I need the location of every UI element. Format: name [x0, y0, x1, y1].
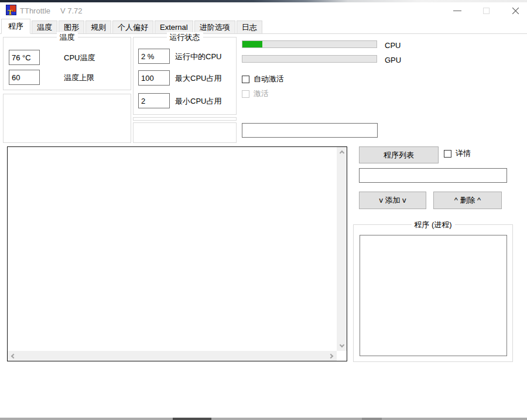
- program-list-button[interactable]: 程序列表: [359, 146, 439, 163]
- process-listbox[interactable]: [360, 235, 507, 356]
- tab-graphics[interactable]: 图形: [59, 21, 84, 33]
- tab-log[interactable]: 日志: [237, 21, 262, 33]
- center-empty-group: [133, 122, 237, 143]
- running-cpu-label: 运行中的CPU: [175, 52, 221, 62]
- cpu-bar-label: CPU: [385, 41, 401, 50]
- remove-button[interactable]: ^ 删除 ^: [433, 192, 502, 209]
- tab-preferences[interactable]: 个人偏好: [112, 21, 153, 33]
- window-title: TThrottle: [20, 6, 50, 15]
- max-cpu-field[interactable]: [138, 70, 170, 86]
- tab-external[interactable]: External: [155, 21, 193, 33]
- process-group-title: 程序 (进程): [411, 220, 454, 230]
- details-label: 详情: [456, 148, 471, 159]
- run-status-group-title: 运行状态: [167, 32, 203, 43]
- gpu-usage-bar: [242, 55, 377, 63]
- activate-checkbox: 激活: [242, 88, 269, 99]
- taskbar-fragment: [362, 418, 382, 420]
- maximize-icon: [483, 8, 490, 14]
- chevron-down-icon[interactable]: [339, 343, 344, 347]
- add-button[interactable]: v 添加 v: [359, 192, 426, 209]
- running-cpu-field[interactable]: [138, 49, 170, 64]
- main-listbox[interactable]: [7, 146, 347, 361]
- maximize-button[interactable]: [473, 2, 499, 19]
- horizontal-scrollbar[interactable]: [8, 351, 337, 361]
- app-icon: T: [6, 5, 16, 15]
- auto-activate-label: 自动激活: [254, 74, 284, 84]
- tab-temperature[interactable]: 温度: [32, 21, 57, 33]
- min-cpu-label: 最小CPU占用: [175, 96, 221, 107]
- gpu-bar-label: GPU: [385, 56, 401, 64]
- app-icon-letter: T: [8, 8, 13, 17]
- window: { "window": { "icon_letter": "T", "title…: [0, 0, 527, 420]
- close-icon: [512, 7, 519, 15]
- min-cpu-field[interactable]: [138, 93, 170, 108]
- checkbox-icon: [242, 76, 249, 83]
- tab-bar: 程序 温度 图形 规则 个人偏好 External 进阶选项 日志: [0, 19, 527, 34]
- cpu-temp-label: CPU温度: [64, 53, 95, 63]
- chevron-left-icon[interactable]: [11, 353, 16, 358]
- cpu-temp-field[interactable]: [9, 50, 40, 65]
- process-group: 程序 (进程): [353, 224, 513, 362]
- max-cpu-label: 最大CPU占用: [175, 73, 221, 84]
- minimize-icon: [453, 11, 461, 11]
- temp-limit-field[interactable]: [9, 70, 40, 85]
- details-checkbox[interactable]: 详情: [444, 148, 471, 159]
- activate-label: 激活: [254, 88, 269, 99]
- threshold-input[interactable]: [242, 123, 378, 138]
- temp-limit-label: 温度上限: [64, 73, 94, 83]
- titlebar: T TThrottle V 7.72: [0, 2, 527, 19]
- tab-advanced[interactable]: 进阶选项: [194, 21, 235, 33]
- left-empty-group: [3, 94, 131, 143]
- taskbar-edge-strip: [0, 418, 527, 420]
- center-thin-group: [133, 117, 237, 121]
- window-version: V 7.72: [60, 6, 83, 15]
- checkbox-icon: [444, 150, 451, 158]
- vertical-scrollbar[interactable]: [337, 147, 347, 351]
- tab-program[interactable]: 程序: [1, 19, 30, 34]
- taskbar-fragment: [173, 418, 211, 420]
- chevron-right-icon[interactable]: [328, 353, 333, 358]
- auto-activate-checkbox[interactable]: 自动激活: [242, 74, 284, 84]
- cpu-usage-bar: [242, 40, 377, 48]
- minimize-button[interactable]: [444, 2, 470, 19]
- program-name-input[interactable]: [359, 168, 507, 183]
- cpu-usage-fill: [242, 41, 262, 47]
- tab-rules[interactable]: 规则: [85, 21, 111, 33]
- checkbox-icon: [242, 90, 249, 98]
- temperature-group-title: 温度: [57, 32, 78, 43]
- chevron-up-icon[interactable]: [339, 151, 344, 155]
- close-button[interactable]: [502, 2, 527, 19]
